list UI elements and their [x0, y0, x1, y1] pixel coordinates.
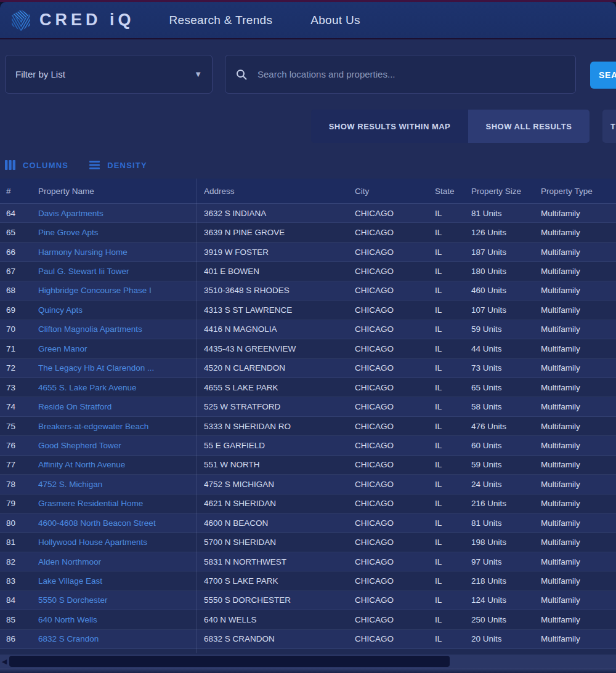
density-button[interactable]: DENSITY	[89, 161, 147, 170]
property-type-cell: Multifamily	[541, 615, 616, 624]
property-type-cell: Multifamily	[541, 402, 616, 411]
scroll-left-arrow-icon[interactable]: ◀	[0, 655, 9, 668]
property-size-cell: 20 Units	[471, 634, 541, 643]
city-cell: CHICAGO	[355, 402, 435, 411]
table-row: 72 The Legacy Hb At Clarendon ... 4520 N…	[0, 359, 616, 378]
row-number-cell: 73	[0, 383, 38, 392]
header-city[interactable]: City	[355, 187, 435, 196]
address-cell: 4313 S ST LAWRENCE	[204, 305, 355, 315]
property-name-link[interactable]: 640 North Wells	[38, 615, 97, 624]
nav-menu: Research & Trends About Us	[169, 14, 360, 27]
header-property-size[interactable]: Property Size	[471, 187, 541, 196]
show-all-results-button[interactable]: SHOW ALL RESULTS	[468, 110, 590, 143]
table-row: 85 640 North Wells 640 N WELLS CHICAGO I…	[0, 610, 616, 629]
property-name-link[interactable]: Lake Village East	[38, 576, 102, 586]
table-row: 77 Affinity At North Avenue 551 W NORTH …	[0, 456, 616, 475]
property-name-link[interactable]: Clifton Magnolia Apartments	[38, 324, 142, 334]
property-type-cell: Multifamily	[541, 634, 616, 643]
row-number-cell: 77	[0, 460, 38, 469]
horizontal-scrollbar-thumb[interactable]	[9, 656, 450, 667]
property-name-link[interactable]: Quincy Apts	[38, 305, 83, 315]
state-cell: IL	[435, 460, 471, 469]
city-cell: CHICAGO	[355, 324, 435, 334]
city-cell: CHICAGO	[355, 499, 435, 508]
row-number-cell: 78	[0, 480, 38, 489]
table-row: 64 Davis Apartments 3632 S INDIANA CHICA…	[0, 204, 616, 223]
city-cell: CHICAGO	[355, 615, 435, 624]
address-cell: 401 E BOWEN	[204, 267, 355, 276]
table-row: 71 Green Manor 4435-43 N GREENVIEW CHICA…	[0, 339, 616, 358]
state-cell: IL	[435, 480, 471, 489]
search-input[interactable]	[256, 68, 565, 80]
search-box	[225, 55, 576, 94]
property-type-cell: Multifamily	[541, 557, 616, 566]
property-name-cell: Quincy Apts	[38, 305, 204, 315]
header-address[interactable]: Address	[204, 187, 355, 196]
property-name-link[interactable]: The Legacy Hb At Clarendon ...	[38, 363, 154, 373]
row-number-cell: 80	[0, 518, 38, 528]
table-row: 83 Lake Village East 4700 S LAKE PARK CH…	[0, 571, 616, 590]
property-name-link[interactable]: 4752 S. Michigan	[38, 480, 102, 489]
property-size-cell: 218 Units	[471, 576, 541, 586]
show-results-within-map-button[interactable]: SHOW RESULTS WITHIN MAP	[311, 110, 468, 143]
address-cell: 5333 N SHERIDAN RO	[204, 422, 355, 431]
columns-button[interactable]: COLUMNS	[5, 160, 68, 170]
property-name-link[interactable]: Harmony Nursing Home	[38, 248, 128, 257]
nav-item-research-trends[interactable]: Research & Trends	[169, 14, 273, 27]
row-number-cell: 83	[0, 576, 38, 586]
property-name-link[interactable]: Hollywood House Apartments	[38, 538, 147, 547]
property-name-link[interactable]: Davis Apartments	[38, 209, 103, 218]
property-name-link[interactable]: 6832 S Crandon	[38, 634, 99, 643]
city-cell: CHICAGO	[355, 209, 435, 218]
property-name-cell: Grasmere Residential Home	[38, 499, 204, 508]
property-name-link[interactable]: Paul G. Stewart Iii Tower	[38, 267, 129, 276]
table-row: 78 4752 S. Michigan 4752 S MICHIGAN CHIC…	[0, 475, 616, 494]
property-type-cell: Multifamily	[541, 595, 616, 605]
property-name-link[interactable]: 5550 S Dorchester	[38, 595, 108, 605]
address-cell: 525 W STRATFORD	[204, 402, 355, 411]
table-row: 86 6832 S Crandon 6832 S CRANDON CHICAGO…	[0, 630, 616, 649]
city-cell: CHICAGO	[355, 557, 435, 566]
property-name-link[interactable]: 4655 S. Lake Park Avenue	[38, 383, 137, 392]
property-name-link[interactable]: Grasmere Residential Home	[38, 499, 143, 508]
state-cell: IL	[435, 634, 471, 643]
property-name-link[interactable]: Alden Northmoor	[38, 557, 101, 566]
property-name-link[interactable]: Good Shepherd Tower	[38, 441, 121, 450]
address-cell: 5831 N NORTHWEST	[204, 557, 355, 566]
header-state[interactable]: State	[435, 187, 471, 196]
clipped-right-button[interactable]: T	[602, 110, 616, 143]
state-cell: IL	[435, 422, 471, 431]
horizontal-scrollbar-track[interactable]: ◀	[0, 655, 616, 668]
property-type-cell: Multifamily	[541, 441, 616, 450]
address-cell: 5700 N SHERIDAN	[204, 538, 355, 547]
property-type-cell: Multifamily	[541, 460, 616, 469]
property-name-cell: Harmony Nursing Home	[38, 248, 204, 257]
filter-by-list-select[interactable]: Filter by List ▼	[5, 55, 213, 94]
property-name-link[interactable]: Pine Grove Apts	[38, 228, 99, 237]
nav-item-about-us[interactable]: About Us	[310, 14, 360, 27]
property-size-cell: 126 Units	[471, 228, 541, 237]
row-number-cell: 68	[0, 286, 38, 295]
state-cell: IL	[435, 305, 471, 315]
header-property-type[interactable]: Property Type	[541, 187, 616, 196]
density-label: DENSITY	[107, 161, 147, 170]
property-name-link[interactable]: Reside On Stratford	[38, 402, 111, 411]
property-name-link[interactable]: Breakers-at-edgewater Beach	[38, 422, 148, 431]
search-button[interactable]: SEARCH	[590, 62, 616, 89]
brand-logo[interactable]: CRED iQ	[9, 8, 135, 33]
bottom-edge-band	[0, 668, 616, 673]
property-type-cell: Multifamily	[541, 383, 616, 392]
header-number[interactable]: #	[0, 187, 38, 196]
property-name-link[interactable]: Affinity At North Avenue	[38, 460, 125, 469]
table-row: 68 Highbridge Concourse Phase I 3510-364…	[0, 281, 616, 300]
row-number-cell: 64	[0, 209, 38, 218]
header-property-name[interactable]: Property Name	[38, 187, 204, 196]
property-name-link[interactable]: Green Manor	[38, 344, 87, 353]
state-cell: IL	[435, 248, 471, 257]
property-name-link[interactable]: Highbridge Concourse Phase I	[38, 286, 152, 295]
state-cell: IL	[435, 383, 471, 392]
table-row: 82 Alden Northmoor 5831 N NORTHWEST CHIC…	[0, 552, 616, 571]
property-name-link[interactable]: 4600-4608 North Beacon Street	[38, 518, 156, 528]
state-cell: IL	[435, 595, 471, 605]
table-row: 80 4600-4608 North Beacon Street 4600 N …	[0, 514, 616, 533]
